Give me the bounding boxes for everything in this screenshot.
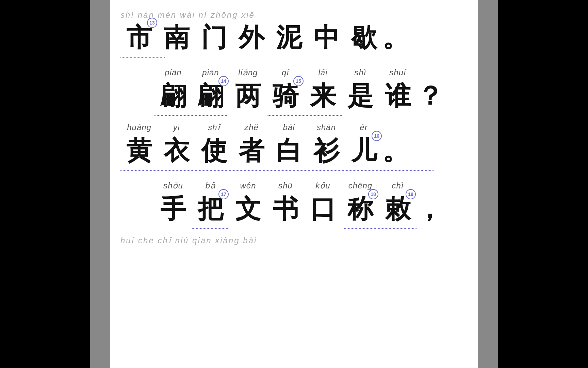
py-lai: lái	[304, 68, 342, 77]
char-xie: 歇	[345, 20, 382, 56]
char-er: 儿 16	[345, 134, 382, 169]
py-shui: shuí	[379, 68, 416, 77]
char-kou: 口	[304, 192, 342, 227]
pinyin-row-sec3: shǒu bǎ wén shū kǒu chēng chì	[120, 181, 468, 190]
char-wen: 文	[229, 192, 267, 227]
char-shi3: 使	[195, 134, 233, 169]
char-row-sec3: 手 把 17 文 书 口 称 18 敕 19 ，	[120, 192, 468, 227]
char-row-sec2: 黄 衣 使 者 白 衫 儿 16 。	[120, 134, 468, 169]
char-row-sec0: 市 13 南 门 外 泥 中 歇 。	[120, 20, 468, 56]
py-pian1: piān	[154, 68, 192, 77]
char-liang: 两	[229, 79, 267, 114]
partial-bottom-pinyin: huí chē chǐ niú qiān xiàng bài	[120, 236, 468, 245]
py-shou: shǒu	[154, 181, 192, 190]
char-yi: 衣	[158, 134, 195, 169]
dotted-lines-sec3	[120, 228, 468, 229]
char-shi2: 是	[342, 79, 379, 114]
char-ni: 泥	[270, 20, 308, 56]
char-lai: 来	[304, 79, 342, 114]
char-bai: 白	[270, 134, 308, 169]
char-shan: 衫	[308, 134, 345, 169]
dotted-lines-sec1	[120, 115, 468, 116]
py-zhe: zhě	[233, 123, 270, 132]
char-cheng: 称 18	[342, 192, 379, 227]
char-chi: 敕 19	[379, 192, 416, 227]
badge-18: 18	[368, 189, 378, 199]
char-men: 门	[195, 20, 233, 56]
partial-top-pinyin: shì nán mén wài ní zhōng xiē	[120, 10, 468, 20]
char-shi: 市 13	[120, 20, 158, 56]
py-kou: kǒu	[304, 181, 342, 190]
dotted-line-sec2	[120, 170, 434, 171]
py-huang: huáng	[120, 123, 158, 132]
char-row-sec1: 翩 翩 14 两 骑 15 来 是 谁 ？	[120, 79, 468, 114]
pinyin-row-sec2: huáng yī shǐ zhě bái shān ér	[120, 123, 468, 132]
right-bar	[478, 0, 498, 368]
py-liang: liǎng	[229, 68, 267, 77]
pinyin-row-sec1: piān piān liǎng qí lái shì shuí	[120, 68, 468, 77]
char-huang: 黄	[120, 134, 158, 169]
dotted-line-sec0	[120, 57, 165, 58]
char-zhe: 者	[233, 134, 270, 169]
char-shui: 谁	[379, 79, 416, 114]
py-shan: shān	[308, 123, 345, 132]
char-comma-3: ，	[416, 192, 437, 227]
char-period-0: 。	[382, 20, 403, 56]
char-pian2: 翩 14	[192, 79, 229, 114]
py-shi3: shǐ	[195, 123, 233, 132]
char-qi: 骑 15	[267, 79, 304, 114]
badge-13: 13	[147, 18, 157, 28]
py-shu: shū	[267, 181, 304, 190]
char-zhong: 中	[308, 20, 345, 56]
char-nan: 南	[158, 20, 195, 56]
char-question: ？	[416, 79, 444, 114]
char-wai: 外	[233, 20, 270, 56]
py-shi: shì	[342, 68, 379, 77]
main-page: shì nán mén wài ní zhōng xiē 市 13 南 门 外 …	[90, 0, 498, 368]
char-ba: 把 17	[192, 192, 229, 227]
badge-16: 16	[372, 131, 382, 141]
py-bai: bái	[270, 123, 308, 132]
char-shou: 手	[154, 192, 192, 227]
badge-19: 19	[406, 189, 416, 199]
badge-15: 15	[293, 76, 304, 86]
badge-14: 14	[218, 76, 229, 86]
badge-17: 17	[218, 189, 229, 199]
py-yi: yī	[158, 123, 195, 132]
char-period-2: 。	[382, 134, 403, 169]
left-bar	[90, 0, 110, 368]
py-wen: wén	[229, 181, 267, 190]
char-shu: 书	[267, 192, 304, 227]
char-pian1: 翩	[154, 79, 192, 114]
